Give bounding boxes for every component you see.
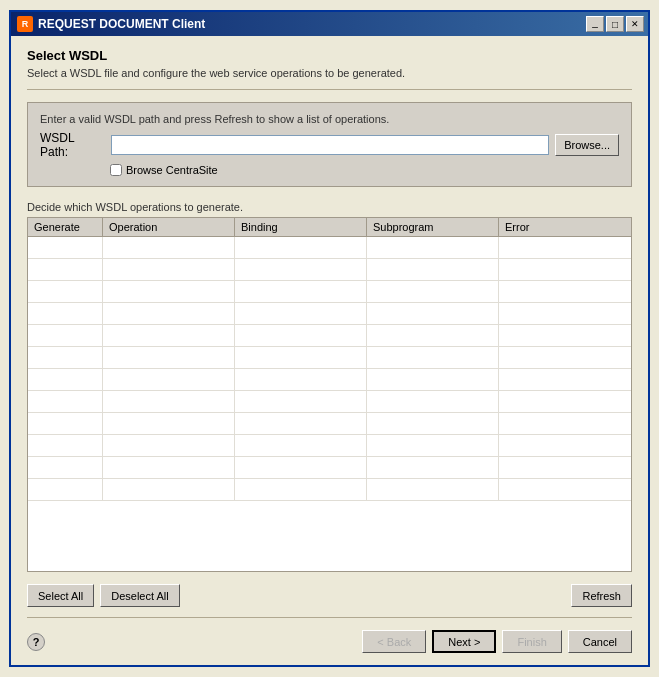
col-operation: Operation bbox=[103, 218, 235, 236]
table-row bbox=[28, 325, 631, 347]
select-all-button[interactable]: Select All bbox=[27, 584, 94, 607]
page-title: Select WSDL bbox=[27, 48, 632, 63]
main-window: R REQUEST DOCUMENT Client Select WSDL Se… bbox=[9, 10, 650, 667]
table-header: Generate Operation Binding Subprogram Er… bbox=[28, 218, 631, 237]
operations-instruction: Decide which WSDL operations to generate… bbox=[27, 201, 632, 213]
deselect-all-button[interactable]: Deselect All bbox=[100, 584, 179, 607]
wsdl-instruction: Enter a valid WSDL path and press Refres… bbox=[40, 113, 619, 125]
col-generate: Generate bbox=[28, 218, 103, 236]
refresh-button[interactable]: Refresh bbox=[571, 584, 632, 607]
table-row bbox=[28, 369, 631, 391]
table-row bbox=[28, 281, 631, 303]
table-row bbox=[28, 237, 631, 259]
bottom-buttons: Select All Deselect All Refresh bbox=[27, 578, 632, 613]
table-row bbox=[28, 347, 631, 369]
table-row bbox=[28, 413, 631, 435]
browse-centrasite-label[interactable]: Browse CentraSite bbox=[126, 164, 218, 176]
browse-button[interactable]: Browse... bbox=[555, 134, 619, 156]
wsdl-path-input[interactable] bbox=[111, 135, 549, 155]
col-error: Error bbox=[499, 218, 631, 236]
table-row bbox=[28, 435, 631, 457]
table-body bbox=[28, 237, 631, 501]
minimize-button[interactable] bbox=[586, 16, 604, 32]
cancel-button[interactable]: Cancel bbox=[568, 630, 632, 653]
bottom-left-buttons: Select All Deselect All bbox=[27, 584, 180, 607]
footer-right-buttons: < Back Next > Finish Cancel bbox=[362, 630, 632, 653]
table-row bbox=[28, 391, 631, 413]
footer-divider bbox=[27, 617, 632, 618]
back-button[interactable]: < Back bbox=[362, 630, 426, 653]
table-row bbox=[28, 457, 631, 479]
wsdl-panel: Enter a valid WSDL path and press Refres… bbox=[27, 102, 632, 187]
title-bar-left: R REQUEST DOCUMENT Client bbox=[17, 16, 205, 32]
help-icon[interactable]: ? bbox=[27, 633, 45, 651]
col-subprogram: Subprogram bbox=[367, 218, 499, 236]
table-row bbox=[28, 479, 631, 501]
window-title: REQUEST DOCUMENT Client bbox=[38, 17, 205, 31]
footer: ? < Back Next > Finish Cancel bbox=[27, 622, 632, 657]
col-binding: Binding bbox=[235, 218, 367, 236]
browse-centrasite-checkbox[interactable] bbox=[110, 164, 122, 176]
next-button[interactable]: Next > bbox=[432, 630, 496, 653]
window-icon: R bbox=[17, 16, 33, 32]
title-bar: R REQUEST DOCUMENT Client bbox=[11, 12, 648, 36]
maximize-button[interactable] bbox=[606, 16, 624, 32]
window-body: Select WSDL Select a WSDL file and confi… bbox=[11, 36, 648, 665]
page-description: Select a WSDL file and configure the web… bbox=[27, 67, 632, 79]
close-button[interactable] bbox=[626, 16, 644, 32]
wsdl-row: WSDL Path: Browse... bbox=[40, 131, 619, 159]
operations-table: Generate Operation Binding Subprogram Er… bbox=[27, 217, 632, 572]
header-divider bbox=[27, 89, 632, 90]
title-buttons bbox=[586, 16, 644, 32]
browse-centrasite-row: Browse CentraSite bbox=[40, 164, 619, 176]
finish-button[interactable]: Finish bbox=[502, 630, 561, 653]
wsdl-label: WSDL Path: bbox=[40, 131, 105, 159]
table-row bbox=[28, 303, 631, 325]
table-row bbox=[28, 259, 631, 281]
